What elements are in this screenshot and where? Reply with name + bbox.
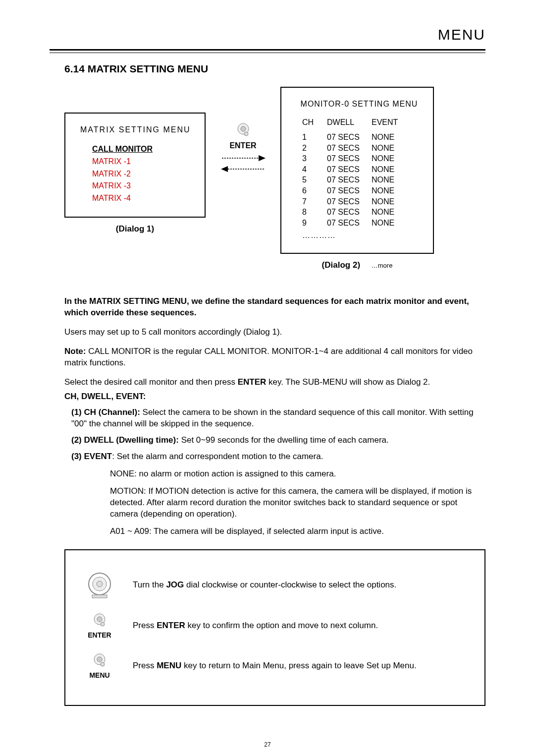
note-label: Note:	[64, 347, 86, 356]
cell-dwell: 07 SECS	[327, 185, 372, 196]
cell-ch: 6	[302, 185, 327, 196]
note-text: CALL MONITOR is the regular CALL MONITOR…	[64, 347, 473, 367]
dialog2-more: …more	[372, 262, 393, 269]
svg-point-15	[97, 657, 102, 662]
dialog1-item: MATRIX -2	[92, 169, 194, 179]
dialog1-item: MATRIX -1	[92, 156, 194, 167]
t: Turn the	[133, 580, 166, 589]
section-number: 6.14	[64, 63, 85, 74]
dialog2-row: 707 SECSNONE	[302, 196, 422, 207]
t: dial clockwise or counter-clockwise to s…	[184, 580, 396, 589]
cell-ch: 4	[302, 164, 327, 175]
note-paragraph: Note: CALL MONITOR is the regular CALL M…	[64, 346, 485, 369]
cell-ch: 5	[302, 174, 327, 185]
enter-text: Press ENTER key to confirm the option an…	[133, 620, 378, 632]
svg-marker-4	[259, 155, 266, 161]
cell-dwell: 07 SECS	[327, 164, 372, 175]
text: : Set the alarm and correspondent motion…	[112, 452, 323, 461]
item-3: (3) EVENT: Set the alarm and corresponde…	[71, 451, 485, 463]
dialog2-header-row: CH DWELL EVENT	[302, 117, 422, 128]
cell-ch: 7	[302, 196, 327, 207]
button-icon	[235, 121, 252, 138]
header-rule-thick	[50, 49, 485, 51]
cell-dwell: 07 SECS	[327, 196, 372, 207]
text: Select the desired call monitor and then…	[64, 377, 238, 387]
dialog1-box: MATRIX SETTING MENU CALL MONITOR MATRIX …	[64, 113, 206, 218]
section-title-text: MATRIX SETTING MENU	[88, 63, 208, 74]
menu-row: MENU Press MENU key to return to Main Me…	[80, 652, 470, 680]
text: key. The SUB-MENU will show as Dialog 2.	[266, 377, 430, 387]
t: Press	[133, 621, 157, 630]
t: key to confirm the option and move to ne…	[185, 621, 378, 630]
enter-button-icon: ENTER	[80, 612, 119, 640]
dialog2-box: MONITOR-0 SETTING MENU CH DWELL EVENT 10…	[280, 87, 434, 254]
cell-event: NONE	[372, 153, 411, 164]
figures-row: MATRIX SETTING MENU CALL MONITOR MATRIX …	[64, 87, 485, 271]
header-rule-thin	[50, 53, 485, 53]
motion-paragraph: MOTION: If MOTION detection is active fo…	[110, 486, 485, 520]
users-paragraph: Users may set up to 5 call monitors acco…	[64, 327, 485, 338]
enter-label: ENTER	[214, 140, 271, 151]
dialog2-row: 207 SECSNONE	[302, 143, 422, 154]
enter-icon-label: ENTER	[80, 631, 119, 640]
col-event: EVENT	[372, 117, 411, 128]
jog-text: Turn the JOG dial clockwise or counter-c…	[133, 580, 396, 591]
text: Set 0~99 seconds for the dwelling time o…	[179, 435, 389, 445]
jog-key: JOG	[166, 580, 184, 589]
jog-dial-icon	[80, 571, 119, 600]
dialog1-title: MATRIX SETTING MENU	[80, 124, 194, 135]
svg-point-12	[97, 617, 102, 622]
alarm-paragraph: A01 ~ A09: The camera will be displayed,…	[110, 526, 485, 537]
dialog2-row: 807 SECSNONE	[302, 207, 422, 218]
enter-key: ENTER	[238, 377, 267, 387]
jog-row: Turn the JOG dial clockwise or counter-c…	[80, 571, 470, 600]
page-header-label: MENU	[50, 25, 485, 45]
body-text: In the MATRIX SETTING MENU, we define th…	[64, 296, 485, 537]
cell-ch: 2	[302, 143, 327, 154]
menu-key: MENU	[157, 661, 181, 670]
cell-event: NONE	[372, 143, 411, 154]
dialog1-item: MATRIX -3	[92, 180, 194, 191]
enter-key: ENTER	[157, 621, 185, 630]
cell-event: NONE	[372, 164, 411, 175]
dialog2-row: 507 SECSNONE	[302, 174, 422, 185]
none-paragraph: NONE: no alarm or motion action is assig…	[110, 468, 485, 480]
t: key to return to Main Menu, press again …	[181, 661, 416, 670]
cell-event: NONE	[372, 196, 411, 207]
cell-dwell: 07 SECS	[327, 174, 372, 185]
menu-icon-label: MENU	[80, 671, 119, 680]
dialog2-ellipsis: …………	[302, 230, 422, 241]
subtitle: CH, DWELL, EVENT:	[64, 391, 485, 403]
cell-dwell: 07 SECS	[327, 218, 372, 229]
menu-text: Press MENU key to return to Main Menu, p…	[133, 660, 417, 672]
cell-ch: 1	[302, 132, 327, 143]
svg-marker-5	[221, 166, 228, 172]
label: (3) EVENT	[71, 452, 112, 461]
dialog2-row: 107 SECSNONE	[302, 132, 422, 143]
select-paragraph: Select the desired call monitor and then…	[64, 377, 485, 388]
dialog2-wrap: MONITOR-0 SETTING MENU CH DWELL EVENT 10…	[280, 87, 434, 271]
intro-paragraph: In the MATRIX SETTING MENU, we define th…	[64, 296, 485, 319]
menu-button-icon: MENU	[80, 652, 119, 680]
dialog2-row: 307 SECSNONE	[302, 153, 422, 164]
svg-point-2	[244, 132, 248, 136]
svg-point-16	[101, 662, 105, 666]
dialog2-row: 907 SECSNONE	[302, 218, 422, 229]
item-1: (1) CH (Channel): Select the camera to b…	[71, 407, 485, 430]
dialog1-selected-item: CALL MONITOR	[92, 144, 194, 155]
cell-dwell: 07 SECS	[327, 153, 372, 164]
dialog1-caption: (Dialog 1)	[64, 224, 206, 235]
col-ch: CH	[302, 117, 327, 128]
dialog1-item: MATRIX -4	[92, 193, 194, 204]
col-dwell: DWELL	[327, 117, 372, 128]
cell-dwell: 07 SECS	[327, 207, 372, 218]
cell-dwell: 07 SECS	[327, 132, 372, 143]
label: (2) DWELL (Dwelling time):	[71, 435, 179, 445]
dialog2-title: MONITOR-0 SETTING MENU	[296, 99, 422, 110]
section-heading: 6.14 MATRIX SETTING MENU	[64, 62, 485, 76]
cell-event: NONE	[372, 174, 411, 185]
dialog2-row: 407 SECSNONE	[302, 164, 422, 175]
arrow-left-icon	[221, 165, 266, 174]
cell-event: NONE	[372, 132, 411, 143]
svg-rect-10	[92, 595, 107, 598]
